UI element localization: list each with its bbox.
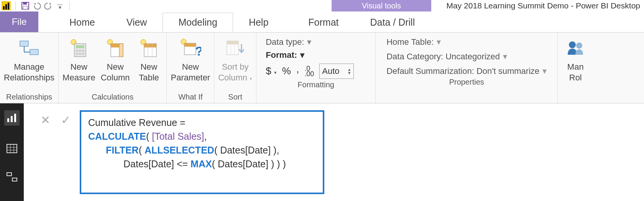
separator: [69, 2, 70, 10]
label: Data type:: [266, 37, 304, 47]
tab-modeling[interactable]: Modeling: [163, 13, 233, 32]
group-label: Sort: [228, 91, 242, 102]
svg-point-33: [569, 41, 576, 48]
home-table-dropdown[interactable]: Home Table: ▾: [386, 37, 547, 47]
label: Home Table:: [386, 37, 434, 47]
cancel-formula-button[interactable]: ✕: [41, 113, 50, 194]
redo-button[interactable]: [43, 1, 53, 11]
group-security: Man Rol: [558, 33, 593, 103]
data-type-dropdown[interactable]: Data type: ▾: [266, 37, 366, 47]
quick-access-toolbar: —▾ Visual tools May 2018 Learning Summit…: [0, 0, 644, 11]
group-whatif: ? New Parameter What If: [167, 33, 214, 103]
svg-rect-10: [76, 50, 78, 52]
label: Data Category: Uncategorized: [386, 52, 500, 62]
manage-roles-button[interactable]: Man Rol: [562, 36, 589, 83]
tab-home[interactable]: Home: [54, 13, 111, 32]
svg-rect-1: [23, 2, 27, 5]
roles-icon: [562, 36, 589, 60]
table-icon: [135, 36, 163, 60]
percent-button[interactable]: %: [282, 65, 291, 77]
decimal-icon[interactable]: .0.00: [304, 66, 314, 77]
file-tab[interactable]: File: [0, 11, 38, 32]
tab-data-drill[interactable]: Data / Drill: [355, 13, 431, 32]
svg-rect-4: [30, 49, 38, 55]
group-calculations: New Measure New Column New Table Calcula…: [59, 33, 167, 103]
report-view-button[interactable]: [4, 110, 20, 126]
number-format-toolbar: $ ▾ % , .0.00 Auto ▲▼: [266, 63, 366, 79]
svg-rect-38: [7, 144, 17, 153]
svg-rect-3: [20, 41, 28, 46]
format-dropdown[interactable]: Format: ▾: [266, 50, 366, 60]
chevron-down-icon: ▾: [437, 37, 441, 47]
model-view-button[interactable]: [4, 169, 20, 185]
ribbon-tabs: File Home View Modeling Help Format Data…: [0, 11, 644, 32]
svg-rect-12: [82, 50, 84, 52]
parameter-icon: ?: [177, 36, 204, 60]
new-measure-button[interactable]: New Measure: [62, 36, 95, 83]
chevron-down-icon: ▾: [307, 37, 311, 47]
manage-relationships-button[interactable]: Manage Relationships: [4, 36, 54, 83]
separator: [15, 2, 16, 10]
label: Default Summarization: Don't summarize: [386, 66, 539, 76]
undo-button[interactable]: [32, 1, 42, 11]
column-icon: [102, 36, 129, 60]
btn-label: New Parameter: [171, 62, 210, 83]
value: Auto: [322, 66, 339, 76]
svg-rect-11: [79, 50, 81, 52]
label: Format:: [266, 50, 297, 60]
group-label: Formatting: [260, 79, 371, 90]
qat-customize-dropdown[interactable]: —▾: [55, 1, 65, 11]
group-sort: Sort by Column ▾ Sort: [214, 33, 256, 103]
tab-view[interactable]: View: [111, 13, 163, 32]
titlebar-center: Visual tools: [73, 0, 447, 11]
thousands-button[interactable]: ,: [296, 63, 299, 79]
btn-label: New Column: [101, 62, 130, 83]
svg-rect-13: [76, 53, 78, 55]
currency-button[interactable]: $ ▾: [266, 65, 277, 77]
tab-format[interactable]: Format: [292, 13, 354, 32]
chevron-down-icon: ▾: [300, 50, 304, 60]
relationships-icon: [15, 36, 43, 60]
new-parameter-button[interactable]: ? New Parameter: [171, 36, 210, 83]
svg-rect-15: [82, 53, 84, 55]
svg-point-34: [576, 42, 582, 49]
group-label: Calculations: [92, 91, 133, 102]
svg-rect-14: [79, 53, 81, 55]
view-sidebar: [0, 103, 24, 201]
qat-left: —▾: [0, 1, 73, 11]
svg-rect-36: [11, 116, 13, 122]
svg-rect-37: [14, 114, 16, 122]
new-table-button[interactable]: New Table: [135, 36, 163, 83]
formula-line-4: Dates[Date] <= MAX( Dates[Date] ) ) ): [88, 157, 316, 171]
group-formatting: Data type: ▾ Format: ▾ $ ▾ % , .0.00 Aut…: [256, 33, 376, 103]
tab-help[interactable]: Help: [233, 13, 284, 32]
formula-line-1: Cumulative Revenue =: [88, 116, 316, 129]
group-relationships: Manage Relationships Relationships: [0, 33, 59, 103]
formula-editor[interactable]: Cumulative Revenue = CALCULATE( [Total S…: [80, 110, 324, 194]
chevron-down-icon: ▾: [542, 66, 547, 76]
sort-by-column-button[interactable]: Sort by Column ▾: [218, 36, 252, 84]
decimal-places-input[interactable]: Auto ▲▼: [319, 64, 354, 79]
chevron-down-icon: ▾: [503, 52, 507, 62]
btn-label: Man Rol: [567, 62, 584, 83]
group-label: What If: [178, 91, 202, 102]
save-button[interactable]: [20, 1, 30, 11]
new-column-button[interactable]: New Column: [101, 36, 130, 83]
data-view-button[interactable]: [4, 141, 20, 156]
contextual-tab-label: Visual tools: [332, 0, 431, 11]
group-label: Relationships: [6, 91, 52, 102]
svg-rect-35: [7, 118, 9, 122]
formula-line-3: FILTER( ALLSELECTED( Dates[Date] ),: [88, 143, 316, 157]
default-summarization-dropdown[interactable]: Default Summarization: Don't summarize ▾: [386, 66, 547, 76]
group-label: Properties: [380, 76, 554, 87]
spinner-icon[interactable]: ▲▼: [347, 68, 351, 75]
data-category-dropdown[interactable]: Data Category: Uncategorized ▾: [386, 52, 547, 62]
btn-label: Manage Relationships: [4, 62, 54, 83]
svg-rect-19: [119, 44, 123, 57]
formula-controls: ✕ ✓: [31, 110, 80, 194]
commit-formula-button[interactable]: ✓: [61, 113, 71, 194]
group-properties: Home Table: ▾ Data Category: Uncategoriz…: [376, 33, 558, 103]
measure-icon: [65, 36, 93, 60]
btn-label: New Table: [139, 62, 159, 83]
btn-label: New Measure: [62, 62, 95, 83]
